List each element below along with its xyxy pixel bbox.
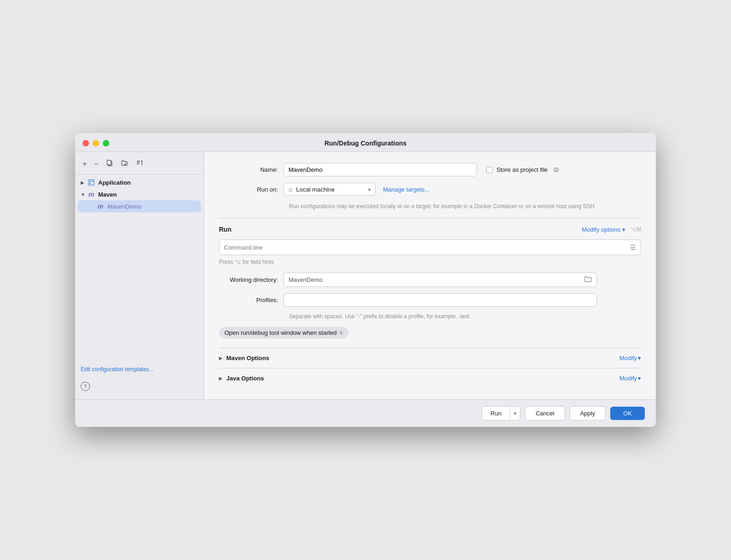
profiles-input[interactable] <box>283 293 597 307</box>
svg-rect-9 <box>92 181 93 182</box>
open-tool-window-tag: Open run/debug tool window when started … <box>219 327 348 338</box>
close-button[interactable] <box>83 140 89 146</box>
title-bar: Run/Debug Configurations <box>75 133 656 152</box>
manage-targets-link[interactable]: Manage targets... <box>383 186 430 193</box>
maven-modify-button[interactable]: Modify ▾ <box>619 355 641 362</box>
store-as-project-label: Store as project file <box>496 166 548 173</box>
folder-browse-icon[interactable] <box>580 273 596 286</box>
run-dropdown-button[interactable]: ▾ <box>510 408 520 419</box>
java-options-expand[interactable]: ▶ Java Options <box>219 375 264 382</box>
remove-tag-button[interactable]: × <box>340 330 343 336</box>
collapse-arrow-icon: ▼ <box>81 192 87 197</box>
mavendemo-icon: m <box>96 202 105 210</box>
dialog-body: + − <box>75 152 656 399</box>
name-input[interactable] <box>283 163 477 176</box>
list-icon[interactable]: ☰ <box>625 240 641 255</box>
maven-options-section: ▶ Maven Options Modify ▾ <box>219 348 641 368</box>
store-as-project-checkbox[interactable] <box>486 167 493 173</box>
sidebar-item-maven[interactable]: ▼ m Maven <box>75 188 204 200</box>
command-line-row: ☰ <box>219 239 641 255</box>
profiles-row: Profiles: <box>219 293 641 307</box>
java-expand-arrow-icon: ▶ <box>219 376 223 381</box>
profiles-hint: Separate with spaces. Use "-" prefix to … <box>289 313 641 320</box>
svg-rect-1 <box>107 160 111 165</box>
maven-options-title: Maven Options <box>226 355 269 362</box>
edit-templates-link[interactable]: Edit configuration templates... <box>81 366 153 373</box>
run-dropdown-arrow-icon: ▾ <box>514 411 516 416</box>
run-on-row: Run on: ⌂ Local machine ▾ Manage targets… <box>219 183 641 196</box>
sidebar: + − <box>75 152 204 399</box>
modify-options-button[interactable]: Modify options ▾ <box>582 226 625 233</box>
modify-options-container: Modify options ▾ ⌥M <box>582 226 641 233</box>
add-config-button[interactable]: + <box>81 159 88 169</box>
sort-button[interactable] <box>134 158 145 169</box>
working-directory-input-row <box>283 273 597 287</box>
tag-label: Open run/debug tool window when started <box>224 329 337 336</box>
run-section-header: Run Modify options ▾ ⌥M <box>219 226 641 233</box>
name-row: Name: Store as project file ⚙ <box>219 163 641 176</box>
main-content: Name: Store as project file ⚙ Run on: ⌂ … <box>204 152 656 399</box>
home-icon: ⌂ <box>289 186 292 193</box>
java-options-section: ▶ Java Options Modify ▾ <box>219 368 641 388</box>
copy-config-button[interactable] <box>104 158 115 169</box>
new-folder-button[interactable] <box>119 158 130 169</box>
java-modify-button[interactable]: Modify ▾ <box>619 375 641 382</box>
sidebar-toolbar: + − <box>75 156 204 175</box>
run-button[interactable]: Run <box>482 407 510 420</box>
run-button-group: Run ▾ <box>482 406 520 420</box>
divider-1 <box>219 218 641 218</box>
cancel-button[interactable]: Cancel <box>525 406 565 420</box>
maven-modify-chevron-icon: ▾ <box>638 355 641 362</box>
run-on-hint: Run configurations may be executed local… <box>289 202 641 210</box>
sidebar-item-mavendemo[interactable]: m MavenDemo <box>78 200 201 212</box>
maven-options-expand[interactable]: ▶ Maven Options <box>219 355 269 362</box>
tag-row: Open run/debug tool window when started … <box>219 327 641 338</box>
svg-rect-7 <box>88 180 94 185</box>
run-debug-dialog: Run/Debug Configurations + − <box>75 133 656 427</box>
sidebar-item-application[interactable]: ▶ Application <box>75 176 204 188</box>
window-controls <box>83 140 109 146</box>
application-icon <box>87 178 95 187</box>
run-section-title: Run <box>219 226 231 233</box>
maven-expand-arrow-icon: ▶ <box>219 356 223 361</box>
chevron-down-icon: ▾ <box>622 226 625 233</box>
svg-rect-8 <box>89 181 91 182</box>
apply-button[interactable]: Apply <box>570 406 606 420</box>
expand-arrow-icon: ▶ <box>81 180 87 185</box>
run-on-label: Run on: <box>219 186 283 193</box>
maven-icon: m <box>87 190 95 198</box>
help-button[interactable]: ? <box>81 382 90 391</box>
sidebar-footer: Edit configuration templates... <box>75 361 204 377</box>
svg-rect-10 <box>89 183 91 184</box>
minimize-button[interactable] <box>93 140 99 146</box>
working-directory-input[interactable] <box>284 274 580 286</box>
ok-button[interactable]: OK <box>610 407 645 420</box>
java-options-title: Java Options <box>226 375 264 382</box>
mavendemo-label: MavenDemo <box>107 203 141 210</box>
run-on-chevron-icon: ▾ <box>368 187 371 192</box>
working-directory-row: Working directory: <box>219 273 641 287</box>
gear-icon[interactable]: ⚙ <box>553 166 559 174</box>
run-on-value: Local machine <box>296 186 365 193</box>
java-modify-chevron-icon: ▾ <box>638 375 641 382</box>
application-label: Application <box>98 179 131 186</box>
maximize-button[interactable] <box>103 140 109 146</box>
working-directory-label: Working directory: <box>219 276 283 283</box>
sidebar-help: ? <box>75 377 204 396</box>
dialog-title: Run/Debug Configurations <box>324 140 407 147</box>
field-hints-text: Press ⌥ for field hints <box>219 259 641 265</box>
name-label: Name: <box>219 166 283 173</box>
store-checkbox-row: Store as project file ⚙ <box>486 166 559 174</box>
run-on-dropdown[interactable]: ⌂ Local machine ▾ <box>283 183 376 196</box>
maven-label: Maven <box>98 191 117 198</box>
modify-options-shortcut: ⌥M <box>630 226 641 233</box>
remove-config-button[interactable]: − <box>92 159 100 169</box>
dialog-footer: Run ▾ Cancel Apply OK <box>75 399 656 427</box>
profiles-label: Profiles: <box>219 293 283 303</box>
command-line-input[interactable] <box>219 240 625 255</box>
